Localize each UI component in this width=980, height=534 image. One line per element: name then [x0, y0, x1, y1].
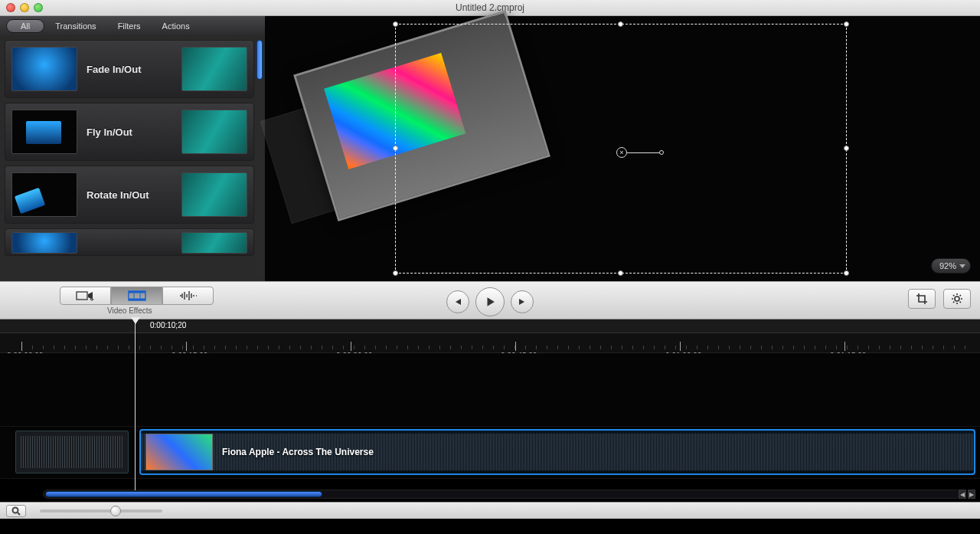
audio-clip[interactable]: Fiona Apple - Across The Universe [139, 429, 975, 475]
resize-handle-bm[interactable] [618, 270, 623, 276]
clip-title: Fiona Apple - Across The Universe [222, 447, 374, 457]
playhead[interactable] [135, 318, 136, 490]
rotation-anchor-icon: × [616, 147, 627, 158]
scroll-left-button[interactable]: ◀ [959, 490, 966, 499]
effect-thumb-before [11, 232, 77, 254]
svg-point-6 [955, 296, 959, 301]
clip-thumbnail [145, 434, 213, 470]
audio-clip-ghost [15, 431, 129, 473]
timeline: 0:00:10;20 0:00:00;000:00:15;000:00:30;0… [0, 319, 980, 519]
crop-button[interactable] [908, 289, 936, 309]
svg-line-8 [18, 513, 20, 515]
audio-track[interactable]: Fiona Apple - Across The Universe [0, 427, 980, 479]
effects-category-tabs: All Transitions Filters Actions [0, 16, 265, 35]
canvas-zoom-dropdown[interactable]: 92% [931, 258, 971, 274]
bottom-bar [0, 502, 980, 519]
effect-label: Fly In/Out [87, 126, 172, 138]
canvas-selection-box[interactable]: × [395, 24, 847, 274]
resize-handle-bl[interactable] [393, 270, 398, 276]
preview-canvas[interactable]: × 92% [265, 16, 980, 281]
timeline-header[interactable]: 0:00:10;20 [0, 319, 980, 333]
forward-button[interactable] [511, 290, 534, 313]
settings-button[interactable] [943, 289, 971, 309]
svg-point-7 [13, 507, 18, 513]
main-toolbar: Video Effects [0, 281, 980, 319]
effect-fade-in-out[interactable]: Fade In/Out [5, 40, 254, 98]
effect-slide-in-out[interactable]: Slide In/Out [5, 228, 254, 256]
effect-thumb-before [11, 47, 77, 91]
resize-handle-ml[interactable] [393, 146, 398, 151]
resize-handle-tl[interactable] [393, 21, 398, 27]
waveform-icon [178, 290, 198, 302]
tab-transitions[interactable]: Transitions [44, 19, 106, 33]
current-timecode: 0:00:10;20 [150, 321, 186, 329]
scroll-right-button[interactable]: ▶ [968, 490, 975, 499]
window-title: Untitled 2.cmproj [0, 2, 980, 13]
resize-handle-mr[interactable] [844, 146, 849, 151]
forward-icon [518, 297, 527, 306]
timeline-scrollbar[interactable] [43, 490, 960, 499]
window-title-bar: Untitled 2.cmproj [0, 0, 980, 16]
rewind-icon [453, 297, 462, 306]
gear-icon [951, 293, 963, 305]
mode-media-button[interactable] [60, 287, 111, 305]
resize-handle-br[interactable] [844, 270, 849, 276]
crop-icon [916, 293, 928, 305]
effects-scrollbar-thumb[interactable] [256, 40, 263, 80]
effect-fly-in-out[interactable]: Fly In/Out [5, 103, 254, 161]
timeline-ruler[interactable]: 0:00:00;000:00:15;000:00:30;000:00:45;00… [0, 333, 980, 353]
effects-scrollbar[interactable] [256, 38, 263, 278]
effect-label: Fade In/Out [87, 64, 172, 75]
zoom-slider-knob[interactable] [110, 506, 121, 516]
filmstrip-icon [127, 290, 147, 302]
rewind-button[interactable] [446, 290, 469, 313]
toolbar-right [908, 289, 971, 309]
effects-panel: All Transitions Filters Actions Fade In/… [0, 16, 265, 281]
effect-thumb-before [11, 172, 77, 217]
transport-controls [446, 287, 534, 316]
effect-thumb-after [181, 232, 247, 254]
rotation-handle[interactable]: × [616, 147, 664, 158]
svg-rect-3 [129, 299, 145, 301]
effect-label: Rotate In/Out [87, 189, 172, 201]
svg-rect-2 [129, 291, 145, 293]
mode-video-effects-button[interactable] [111, 287, 162, 305]
timeline-scrollbar-thumb[interactable] [45, 491, 322, 497]
effect-thumb-before [11, 110, 77, 154]
mode-segmented-control [60, 287, 214, 305]
video-track[interactable] [0, 353, 980, 427]
timeline-zoom-slider[interactable] [40, 509, 162, 513]
mode-label: Video Effects [107, 306, 152, 315]
tracks-area: Fiona Apple - Across The Universe [0, 353, 980, 488]
effects-list: Fade In/Out Fly In/Out Rotate In/Out Sli… [5, 35, 254, 281]
tab-all[interactable]: All [6, 19, 44, 33]
camera-media-icon [76, 290, 96, 302]
effect-rotate-in-out[interactable]: Rotate In/Out [5, 165, 254, 224]
effect-thumb-after [181, 172, 247, 217]
resize-handle-tr[interactable] [844, 21, 849, 27]
svg-rect-0 [77, 292, 87, 300]
mode-audio-effects-button[interactable] [162, 287, 214, 305]
play-button[interactable] [475, 287, 505, 316]
effect-thumb-after [181, 110, 247, 154]
tab-actions[interactable]: Actions [152, 19, 201, 33]
effect-thumb-after [181, 47, 247, 91]
tab-filters[interactable]: Filters [107, 19, 152, 33]
play-icon [485, 296, 495, 307]
timeline-zoom-out-button[interactable] [6, 505, 26, 517]
resize-handle-tm[interactable] [618, 21, 623, 27]
magnifier-icon [11, 506, 21, 516]
